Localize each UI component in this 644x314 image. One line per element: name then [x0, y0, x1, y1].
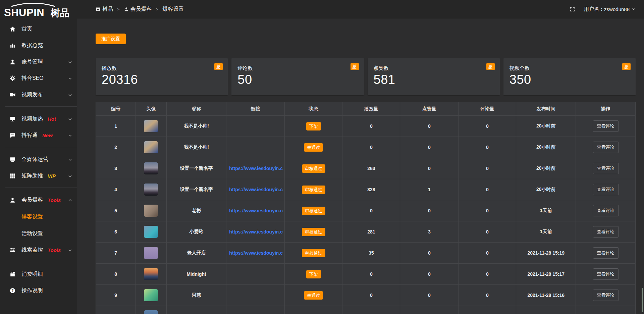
chevron-down-icon — [68, 93, 72, 97]
status-badge: 未通过 — [304, 143, 323, 152]
cell-nickname: 设置一个新名字 — [166, 158, 226, 179]
cell-action: 查看评论 — [576, 200, 636, 221]
cell-time: 2021-11-28 15:17 — [516, 264, 576, 285]
sidebar-item-baoke-settings[interactable]: 爆客设置 — [0, 208, 77, 225]
view-comments-button[interactable]: 查看评论 — [593, 205, 619, 216]
cell-id: 4 — [96, 179, 136, 200]
cell-likes — [400, 306, 459, 314]
sidebar-item-activity-settings[interactable]: 活动设置 — [0, 225, 77, 242]
chevron-down-icon — [68, 248, 72, 253]
cell-link — [226, 116, 285, 137]
cell-status: 下架 — [285, 264, 342, 285]
sliders-icon — [9, 247, 16, 254]
cell-plays: 35 — [342, 243, 400, 264]
cell-likes: 0 — [400, 264, 459, 285]
nav-badge: VIP — [48, 173, 56, 179]
table-row: 5老彬https://www.iesdouyin.c审核通过0001天前查看评论 — [96, 200, 636, 221]
cell-time: 2021-11-28 15:16 — [516, 285, 576, 306]
view-comments-button[interactable]: 查看评论 — [593, 163, 619, 174]
video-link[interactable]: https://www.iesdouyin.c — [229, 187, 283, 192]
topbar: 树品>会员爆客>爆客设置 用户名：zswodun88 — [77, 0, 644, 18]
view-comments-button[interactable]: 查看评论 — [593, 142, 619, 153]
user-menu[interactable]: 用户名：zswodun88 — [584, 6, 636, 12]
stat-value: 581 — [374, 72, 494, 87]
cell-time: 1天前 — [516, 221, 576, 243]
view-comments-button[interactable]: 查看评论 — [593, 247, 619, 259]
sidebar-item-video-publish[interactable]: 视频发布 — [0, 87, 77, 103]
promotion-settings-button[interactable]: 推广设置 — [96, 34, 126, 44]
cell-avatar — [136, 137, 167, 158]
cell-id — [96, 306, 136, 314]
cell-status: 审核通过 — [285, 243, 342, 264]
sidebar-item-media-operation[interactable]: 全媒体运营 — [0, 151, 77, 168]
username: zswodun88 — [604, 6, 630, 12]
sidebar-item-douyin-seo[interactable]: 抖音SEO — [0, 70, 77, 87]
cell-plays — [342, 306, 400, 314]
video-link[interactable]: https://www.iesdouyin.c — [229, 166, 283, 171]
nav-badge: Tools — [48, 247, 61, 253]
svg-text:?: ? — [11, 289, 13, 293]
total-badge: 总 — [486, 63, 495, 70]
sidebar-item-member-baoke[interactable]: 会员爆客Tools — [0, 192, 77, 208]
sidebar-nav: 首页数据总览账号管理抖音SEO视频发布视频加热Hot抖客通New全媒体运营矩阵助… — [0, 21, 77, 299]
cell-comments: 0 — [459, 221, 516, 243]
sidebar-item-home[interactable]: 首页 — [0, 21, 77, 37]
cell-status — [285, 306, 342, 314]
chevron-down-icon — [68, 76, 72, 81]
topbar-right: 用户名：zswodun88 — [570, 6, 636, 12]
cell-link — [226, 285, 285, 306]
cell-action: 查看评论 — [576, 116, 636, 137]
sidebar-item-label: 抖音SEO — [21, 75, 44, 82]
cell-status: 未通过 — [285, 137, 342, 158]
status-badge: 下架 — [306, 270, 321, 278]
cell-likes: 0 — [400, 200, 459, 221]
table-row — [96, 306, 636, 314]
sidebar-item-data-overview[interactable]: 数据总览 — [0, 37, 77, 54]
column-header: 编号 — [96, 102, 136, 116]
fullscreen-icon[interactable] — [570, 6, 575, 12]
cell-status: 审核通过 — [285, 158, 342, 179]
sidebar-item-consume-detail[interactable]: 消费明细 — [0, 266, 77, 282]
breadcrumb-label: 爆客设置 — [162, 6, 184, 13]
stat-label: 点赞数 — [374, 65, 494, 71]
cell-comments: 0 — [459, 200, 516, 221]
cell-link — [226, 137, 285, 158]
status-badge: 未通过 — [304, 291, 323, 300]
chevron-down-icon — [68, 60, 72, 64]
cell-link — [226, 264, 285, 285]
status-badge: 审核通过 — [302, 249, 325, 257]
sidebar-item-video-heat[interactable]: 视频加热Hot — [0, 111, 77, 127]
cell-plays: 0 — [342, 264, 400, 285]
sidebar-item-label: 会员爆客 — [21, 197, 43, 204]
view-comments-button[interactable]: 查看评论 — [593, 226, 619, 238]
cell-comments: 0 — [459, 116, 516, 137]
view-comments-button[interactable]: 查看评论 — [593, 268, 619, 280]
sidebar-item-help-guide[interactable]: ?操作说明 — [0, 282, 77, 299]
stat-cards: 播放数20316总评论数50总点赞数581总视频个数350总 — [96, 58, 636, 95]
video-link[interactable]: https://www.iesdouyin.c — [229, 229, 283, 234]
breadcrumb-item[interactable]: 会员爆客 — [124, 6, 152, 13]
breadcrumb-item[interactable]: 树品 — [96, 6, 113, 13]
sidebar-item-clue-monitor[interactable]: 线索监控Tools — [0, 242, 77, 258]
cell-comments: 0 — [459, 158, 516, 179]
breadcrumb-label: 会员爆客 — [130, 6, 152, 13]
sidebar-divider — [5, 147, 77, 147]
view-comments-button[interactable]: 查看评论 — [593, 290, 619, 301]
sidebar-item-account-manage[interactable]: 账号管理 — [0, 54, 77, 70]
sidebar-item-douketong[interactable]: 抖客通New — [0, 127, 77, 144]
cell-status: 下架 — [285, 116, 342, 137]
table-row: 9阿慧未通过0002021-11-28 15:16查看评论 — [96, 285, 636, 306]
sidebar-item-matrix-boost[interactable]: 矩阵助推VIP — [0, 168, 77, 184]
sidebar-item-label: 首页 — [21, 25, 32, 33]
cell-comments — [459, 306, 516, 314]
video-link[interactable]: https://www.iesdouyin.c — [229, 208, 283, 213]
scrollbar-thumb[interactable] — [642, 288, 643, 312]
cell-time: 20小时前 — [516, 179, 576, 200]
cell-comments: 0 — [459, 179, 516, 200]
video-link[interactable]: https://www.iesdouyin.c — [229, 250, 283, 256]
avatar — [144, 247, 158, 259]
view-comments-button[interactable]: 查看评论 — [593, 120, 619, 132]
cell-likes: 0 — [400, 137, 459, 158]
view-comments-button[interactable]: 查看评论 — [593, 184, 619, 195]
app-root: SHUPIN 树品 首页数据总览账号管理抖音SEO视频发布视频加热Hot抖客通N… — [0, 0, 644, 314]
